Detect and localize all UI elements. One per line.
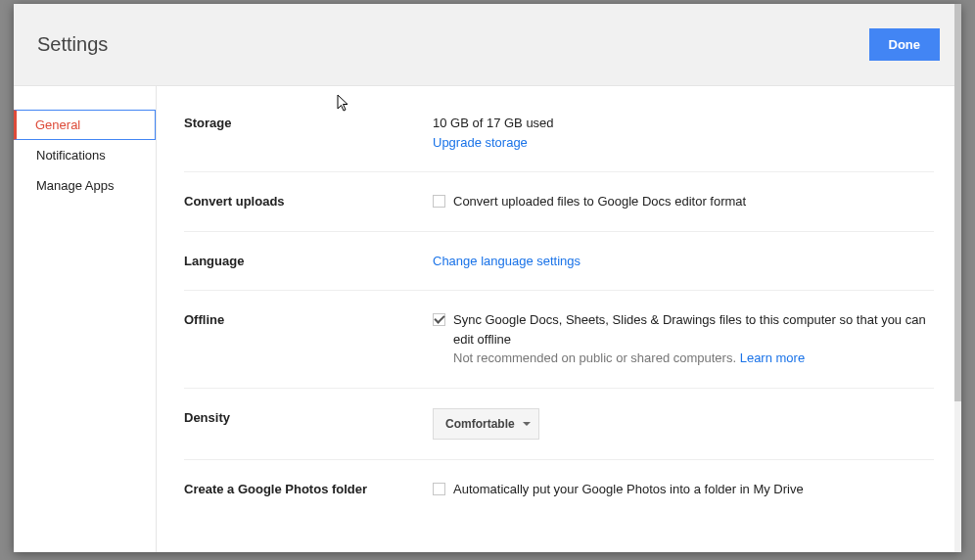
offline-hint: Not recommended on public or shared comp… xyxy=(453,350,736,365)
value-language: Change language settings xyxy=(433,252,934,271)
scrollbar-thumb[interactable] xyxy=(954,4,961,401)
change-language-link[interactable]: Change language settings xyxy=(433,254,580,268)
density-select[interactable]: Comfortable xyxy=(433,408,539,440)
photos-checkbox[interactable] xyxy=(433,483,445,495)
label-density: Density xyxy=(184,408,433,440)
row-density: Density Comfortable xyxy=(184,389,934,460)
value-density: Comfortable xyxy=(433,408,934,440)
label-convert: Convert uploads xyxy=(184,192,433,211)
value-storage: 10 GB of 17 GB used Upgrade storage xyxy=(433,114,934,152)
offline-checkbox[interactable] xyxy=(433,313,445,326)
dialog-header: Settings Done xyxy=(14,4,961,86)
row-offline: Offline Sync Google Docs, Sheets, Slides… xyxy=(184,291,934,389)
label-offline: Offline xyxy=(184,310,433,368)
value-photos: Automatically put your Google Photos int… xyxy=(433,480,934,499)
value-convert: Convert uploaded files to Google Docs ed… xyxy=(433,192,934,211)
nav-manage-apps[interactable]: Manage Apps xyxy=(14,170,156,201)
storage-used-text: 10 GB of 17 GB used xyxy=(433,114,934,133)
photos-text: Automatically put your Google Photos int… xyxy=(453,480,804,499)
done-button[interactable]: Done xyxy=(869,28,941,61)
density-value: Comfortable xyxy=(445,415,515,433)
row-storage: Storage 10 GB of 17 GB used Upgrade stor… xyxy=(184,110,934,172)
upgrade-storage-link[interactable]: Upgrade storage xyxy=(433,135,528,150)
dialog-title: Settings xyxy=(37,33,108,56)
convert-checkbox[interactable] xyxy=(433,195,445,208)
nav-notifications[interactable]: Notifications xyxy=(14,140,156,170)
dialog-body: General Notifications Manage Apps Storag… xyxy=(14,86,961,552)
label-storage: Storage xyxy=(184,114,433,152)
nav-general[interactable]: General xyxy=(14,110,156,140)
offline-learn-more-link[interactable]: Learn more xyxy=(740,350,805,365)
label-language: Language xyxy=(184,252,433,271)
dropdown-arrow-icon xyxy=(523,422,531,426)
offline-text-block: Sync Google Docs, Sheets, Slides & Drawi… xyxy=(453,310,934,368)
label-photos: Create a Google Photos folder xyxy=(184,480,433,499)
row-convert: Convert uploads Convert uploaded files t… xyxy=(184,172,934,232)
sidebar: General Notifications Manage Apps xyxy=(14,86,157,552)
settings-dialog: Settings Done General Notifications Mana… xyxy=(14,4,961,552)
row-language: Language Change language settings xyxy=(184,232,934,292)
settings-content: Storage 10 GB of 17 GB used Upgrade stor… xyxy=(157,86,961,552)
value-offline: Sync Google Docs, Sheets, Slides & Drawi… xyxy=(433,310,934,368)
scrollbar-track[interactable] xyxy=(954,4,961,552)
row-photos: Create a Google Photos folder Automatica… xyxy=(184,460,934,519)
convert-text: Convert uploaded files to Google Docs ed… xyxy=(453,192,746,211)
offline-text: Sync Google Docs, Sheets, Slides & Drawi… xyxy=(453,312,926,347)
